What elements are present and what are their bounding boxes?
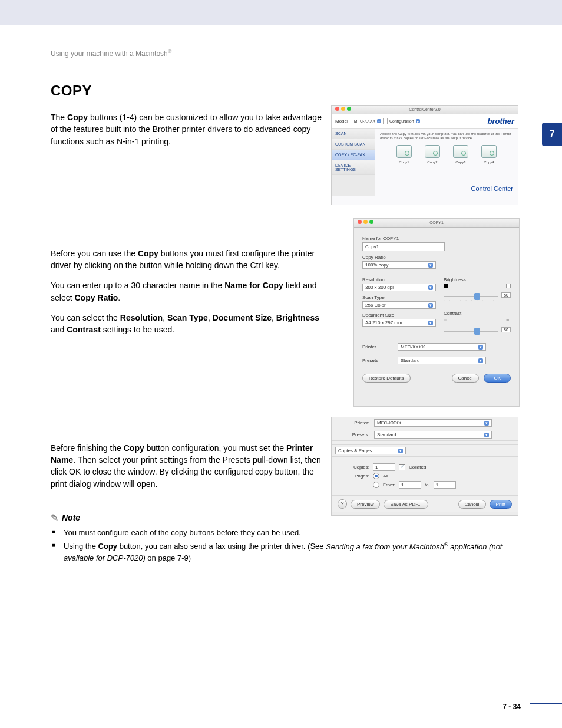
collated-checkbox[interactable]: ✓ [399,464,405,470]
note-title: Note [62,513,80,522]
screenshot-print-dialog: Printer: MFC-XXXX▾ Presets: Standard▾ Co… [331,417,518,516]
note-item-2: Using the Copy button, you can also send… [51,541,517,564]
copy2-button[interactable]: Copy2 [425,145,440,164]
contrast-high-icon [506,317,511,323]
page-mark [530,703,562,704]
paragraph-settings: You can select the Resolution, Scan Type… [51,312,322,336]
title-rule [51,103,517,103]
save-as-pdf-button[interactable]: Save As PDF... [384,500,428,509]
copies-input[interactable]: 1 [373,463,395,471]
model-select[interactable]: MFC-XXXX▾ [352,118,384,124]
tab-device-settings[interactable]: DEVICE SETTINGS [332,160,375,175]
close-icon[interactable] [335,107,339,111]
brightness-slider[interactable]: · · · · · · · · · · 50 [444,291,511,302]
note-item-1: You must configure each of the copy butt… [51,527,517,539]
resolution-label: Resolution [362,277,434,282]
zoom-icon[interactable] [347,107,351,111]
screenshot-controlcenter: ControlCenter2.0 Model MFC-XXXX▾ Configu… [331,105,518,205]
copy-icon [425,145,440,158]
page-number: 7 - 34 [503,703,521,711]
print-cancel-button[interactable]: Cancel [458,500,486,509]
brightness-dark-icon [444,284,448,288]
print-section-select[interactable]: Copies & Pages▾ [335,447,406,454]
name-label: Name for COPY1 [362,236,511,241]
window-controls[interactable] [358,220,373,224]
page-title: COPY [51,83,517,99]
minimize-icon[interactable] [341,107,345,111]
copy-icon [453,145,468,158]
collated-label: Collated [409,465,426,470]
pages-to-label: to: [425,482,430,487]
pages-from-radio[interactable] [373,482,379,488]
brightness-light-icon [506,284,511,288]
name-input[interactable]: Copy1 [362,242,445,251]
copy1-button[interactable]: Copy1 [396,145,412,164]
window-title: ControlCenter2.0 [332,106,518,113]
note-icon: ✎ [51,512,58,523]
copy-icon [396,145,412,158]
print-presets-select[interactable]: Standard▾ [374,431,492,439]
pages-all-radio[interactable] [373,473,379,479]
paragraph-name-ratio: You can enter up to a 30 character name … [51,279,322,304]
contrast-low-icon [444,317,448,323]
tab-scan[interactable]: SCAN [332,129,375,139]
minimize-icon[interactable] [363,220,368,224]
copy-ratio-select[interactable]: 100% copy▾ [362,261,436,269]
window-controls[interactable] [335,107,351,111]
document-size-select[interactable]: A4 210 x 297 mm▾ [362,319,436,327]
help-button[interactable]: ? [338,499,347,509]
print-printer-label: Printer: [338,420,369,426]
document-size-label: Document Size [362,312,434,318]
pages-from-input[interactable]: 1 [399,481,421,489]
pages-all-label: All [383,473,388,479]
printer-select[interactable]: MFC-XXXX▾ [398,343,486,351]
contrast-slider[interactable]: · · · · · · · · · · 50 [444,325,511,337]
tab-custom-scan[interactable]: CUSTOM SCAN [332,139,375,150]
controlcenter-logo: Control Center [471,185,513,192]
copy-icon [481,145,497,158]
print-printer-select[interactable]: MFC-XXXX▾ [374,419,492,427]
scan-type-select[interactable]: 256 Color▾ [362,301,436,309]
zoom-icon[interactable] [369,220,373,224]
note-block: ✎ Note You must configure each of the co… [51,512,517,569]
intro-paragraph: The Copy buttons (1-4) can be customized… [51,111,322,147]
close-icon[interactable] [358,220,362,224]
paragraph-printer-name: Before finishing the Copy button configu… [51,442,322,490]
copy4-button[interactable]: Copy4 [481,145,497,164]
screenshot-copy-dialog: COPY1 Name for COPY1 Copy1 Copy Ratio 10… [353,218,520,407]
cancel-button[interactable]: Cancel [452,374,480,383]
paragraph-configure: Before you can use the Copy buttons you … [51,248,322,272]
breadcrumb: Using your machine with a Macintosh® [51,48,517,58]
tab-copy-pcfax[interactable]: COPY / PC-FAX [332,150,375,160]
model-label: Model [335,118,348,124]
brightness-value[interactable]: 50 [501,292,511,298]
brother-logo: brother [488,117,515,126]
scan-type-label: Scan Type [362,295,434,300]
presets-label: Presets [362,358,392,363]
print-button[interactable]: Print [490,500,512,509]
brightness-label: Brightness [444,277,511,282]
resolution-select[interactable]: 300 x 300 dpi▾ [362,284,436,291]
copies-label: Copies: [340,465,369,470]
note-rule-top [86,519,517,519]
preview-button[interactable]: Preview [351,500,380,509]
presets-select[interactable]: Standard▾ [398,357,486,364]
copy3-button[interactable]: Copy3 [453,145,468,164]
contrast-value[interactable]: 50 [501,327,511,332]
top-band [0,0,562,25]
panel-description: Access the Copy features via your comput… [380,132,513,140]
print-presets-label: Presets: [338,432,369,437]
restore-defaults-button[interactable]: Restore Defaults [362,374,411,383]
copy-ratio-label: Copy Ratio [362,255,511,260]
note-rule-bottom [51,569,517,569]
contrast-label: Contrast [444,311,511,316]
pages-to-input[interactable]: 1 [434,481,456,489]
ok-button[interactable]: OK [484,374,511,383]
configuration-select[interactable]: Configuration▸ [387,118,422,124]
pages-from-label: From: [383,482,395,487]
printer-label: Printer [362,344,392,350]
pages-label: Pages: [340,473,369,479]
dialog-title: COPY1 [354,219,519,226]
